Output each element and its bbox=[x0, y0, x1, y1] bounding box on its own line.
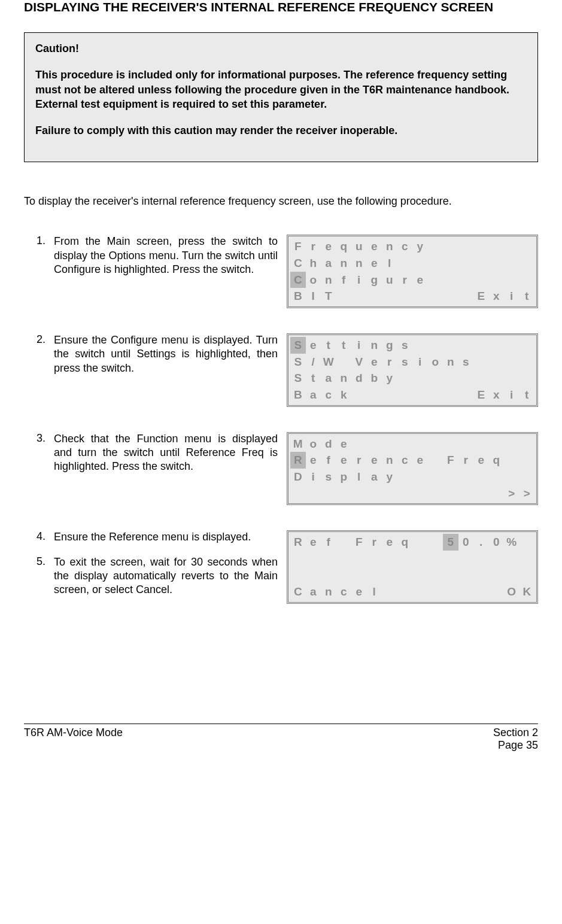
lcd-cell: h bbox=[306, 255, 321, 272]
lcd-cell: o bbox=[306, 436, 321, 452]
lcd-cell bbox=[489, 583, 505, 600]
footer-right: Section 2 Page 35 bbox=[493, 727, 538, 752]
lcd-cell bbox=[458, 567, 474, 583]
lcd-cell: r bbox=[367, 534, 382, 551]
lcd-row bbox=[290, 567, 534, 583]
lcd-cell bbox=[397, 288, 413, 305]
lcd-cell bbox=[504, 354, 520, 370]
lcd-cell: n bbox=[443, 354, 458, 370]
lcd-cell bbox=[397, 387, 413, 403]
lcd-cell: r bbox=[397, 272, 413, 288]
step-2: 2. Ensure the Configure menu is displaye… bbox=[32, 333, 538, 407]
lcd-cell bbox=[336, 551, 352, 567]
lcd-cell: l bbox=[382, 255, 397, 272]
lcd-cell bbox=[367, 551, 382, 567]
lcd-cell bbox=[397, 436, 413, 452]
lcd-cell: s bbox=[397, 337, 413, 354]
lcd-cell bbox=[290, 485, 306, 502]
lcd-cell bbox=[412, 436, 428, 452]
lcd-cell bbox=[458, 238, 474, 255]
lcd-cell: r bbox=[306, 238, 321, 255]
lcd-cell: e bbox=[336, 452, 352, 469]
lcd-cell bbox=[397, 583, 413, 600]
lcd-cell: a bbox=[367, 469, 382, 485]
lcd-cell: q bbox=[336, 238, 352, 255]
lcd-row: Settings bbox=[290, 337, 534, 354]
lcd-cell: i bbox=[412, 354, 428, 370]
lcd-cell bbox=[428, 387, 443, 403]
lcd-cell: O bbox=[504, 583, 520, 600]
lcd-cell bbox=[520, 469, 535, 485]
lcd-cell bbox=[428, 534, 443, 551]
lcd-cell bbox=[428, 452, 443, 469]
lcd-cell bbox=[473, 469, 489, 485]
page-title: DISPLAYING THE RECEIVER'S INTERNAL REFER… bbox=[24, 0, 538, 14]
lcd-cell: e bbox=[367, 354, 382, 370]
footer-page: Page 35 bbox=[493, 739, 538, 752]
lcd-cell: t bbox=[336, 337, 352, 354]
footer-section: Section 2 bbox=[493, 727, 538, 739]
lcd-cell bbox=[382, 387, 397, 403]
lcd-cell bbox=[443, 485, 458, 502]
lcd-cell: s bbox=[321, 469, 336, 485]
lcd-cell: y bbox=[412, 238, 428, 255]
lcd-cell bbox=[504, 370, 520, 387]
lcd-cell: e bbox=[306, 534, 321, 551]
lcd-cell: / bbox=[306, 354, 321, 370]
step-text: Ensure the Reference menu is displayed. bbox=[54, 530, 251, 544]
page-footer: T6R AM-Voice Mode Section 2 Page 35 bbox=[24, 724, 538, 752]
lcd-cell bbox=[473, 551, 489, 567]
lcd-cell: c bbox=[336, 583, 352, 600]
lcd-cell: D bbox=[290, 469, 306, 485]
lcd-cell bbox=[321, 567, 336, 583]
lcd-cell bbox=[473, 370, 489, 387]
lcd-cell bbox=[504, 469, 520, 485]
lcd-cell bbox=[520, 534, 535, 551]
lcd-cell: x bbox=[489, 387, 505, 403]
lcd-cell bbox=[428, 288, 443, 305]
lcd-cell bbox=[397, 551, 413, 567]
lcd-cell bbox=[306, 551, 321, 567]
lcd-cell: a bbox=[321, 255, 336, 272]
lcd-cell bbox=[473, 238, 489, 255]
lcd-cell bbox=[458, 469, 474, 485]
lcd-cell bbox=[504, 238, 520, 255]
step-text: To exit the screen, wait for 30 seconds … bbox=[54, 555, 278, 597]
lcd-cell: t bbox=[520, 387, 535, 403]
caution-box: Caution! This procedure is included only… bbox=[24, 32, 538, 162]
lcd-cell: e bbox=[351, 583, 367, 600]
lcd-cell: e bbox=[306, 452, 321, 469]
lcd-cell bbox=[382, 551, 397, 567]
step-number: 1. bbox=[32, 235, 45, 276]
lcd-cell bbox=[473, 255, 489, 272]
lcd-cell bbox=[520, 567, 535, 583]
lcd-cell: i bbox=[351, 337, 367, 354]
lcd-cell bbox=[489, 485, 505, 502]
lcd-cell bbox=[520, 551, 535, 567]
lcd-cell bbox=[458, 255, 474, 272]
lcd-cell bbox=[428, 469, 443, 485]
lcd-cell bbox=[412, 534, 428, 551]
lcd-cell bbox=[397, 255, 413, 272]
steps-list: 1. From the Main screen, press the switc… bbox=[32, 235, 538, 603]
lcd-cell: B bbox=[290, 387, 306, 403]
lcd-cell bbox=[382, 288, 397, 305]
lcd-row: Back Exit bbox=[290, 387, 534, 403]
lcd-cell bbox=[443, 288, 458, 305]
lcd-cell: r bbox=[458, 452, 474, 469]
lcd-cell bbox=[504, 337, 520, 354]
lcd-cell: l bbox=[367, 583, 382, 600]
lcd-cell bbox=[336, 288, 352, 305]
lcd-cell: e bbox=[336, 436, 352, 452]
lcd-cell: F bbox=[351, 534, 367, 551]
step-4-5: 4. Ensure the Reference menu is displaye… bbox=[32, 530, 538, 604]
lcd-cell bbox=[351, 288, 367, 305]
lcd-cell bbox=[458, 272, 474, 288]
lcd-cell: n bbox=[336, 255, 352, 272]
lcd-cell bbox=[306, 485, 321, 502]
lcd-cell: R bbox=[290, 534, 306, 551]
lcd-cell bbox=[336, 485, 352, 502]
lcd-cell: f bbox=[321, 534, 336, 551]
lcd-cell: e bbox=[382, 534, 397, 551]
lcd-screen-3: Mode Reference Freq Display >> bbox=[287, 432, 538, 506]
